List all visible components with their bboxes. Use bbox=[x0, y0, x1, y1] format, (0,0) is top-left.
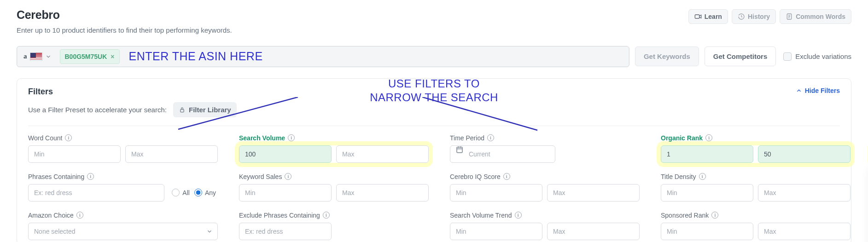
sponsored-rank-min[interactable] bbox=[661, 223, 753, 240]
common-words-button[interactable]: Common Words bbox=[780, 9, 851, 24]
chevron-up-icon bbox=[796, 87, 802, 94]
info-icon[interactable]: i bbox=[87, 173, 94, 180]
history-button[interactable]: History bbox=[732, 9, 776, 24]
info-icon[interactable]: i bbox=[76, 212, 83, 219]
info-icon[interactable]: i bbox=[65, 134, 72, 141]
svg-rect-0 bbox=[695, 15, 699, 18]
time-period-input[interactable] bbox=[450, 145, 555, 163]
radio-any-label: Any bbox=[205, 189, 216, 196]
chevron-down-icon bbox=[206, 228, 213, 235]
amazon-choice-value: None selected bbox=[34, 228, 76, 235]
label-keyword-sales: Keyword Sales bbox=[239, 173, 282, 180]
radio-all[interactable] bbox=[172, 189, 180, 196]
history-icon bbox=[738, 13, 745, 20]
exclude-variations-label: Exclude variations bbox=[795, 52, 851, 60]
document-icon bbox=[786, 13, 793, 20]
page-subtitle: Enter up to 10 product identifiers to fi… bbox=[17, 26, 232, 35]
label-exclude-phrases: Exclude Phrases Containing bbox=[239, 212, 320, 219]
hide-filters-label: Hide Filters bbox=[805, 87, 840, 94]
iq-score-min[interactable] bbox=[450, 184, 542, 202]
sv-trend-max[interactable] bbox=[547, 223, 640, 240]
field-search-volume: Search Volumei bbox=[239, 134, 429, 163]
video-icon bbox=[694, 13, 702, 20]
field-time-period: Time Periodi bbox=[450, 134, 640, 163]
info-icon[interactable]: i bbox=[323, 212, 330, 219]
info-icon[interactable]: i bbox=[515, 212, 522, 219]
filter-library-button[interactable]: Filter Library bbox=[173, 102, 237, 117]
field-keyword-sales: Keyword Salesi bbox=[239, 173, 429, 202]
asin-input-box[interactable]: a B00G5M75UK × ENTER THE ASIN HERE bbox=[17, 46, 629, 67]
field-amazon-choice: Amazon Choicei None selected bbox=[28, 212, 218, 240]
label-amazon-choice: Amazon Choice bbox=[28, 212, 74, 219]
search-volume-min[interactable] bbox=[239, 145, 332, 163]
filter-library-label: Filter Library bbox=[189, 106, 231, 114]
exclude-variations-toggle[interactable]: Exclude variations bbox=[783, 52, 851, 61]
field-search-volume-trend: Search Volume Trendi bbox=[450, 212, 640, 240]
exclude-phrases-input[interactable] bbox=[239, 223, 332, 240]
preset-text: Use a Filter Preset to accelerate your s… bbox=[28, 106, 167, 114]
field-title-density: Title Densityi bbox=[661, 173, 851, 202]
lock-icon bbox=[179, 106, 186, 113]
sv-trend-min[interactable] bbox=[450, 223, 542, 240]
learn-button[interactable]: Learn bbox=[688, 9, 728, 24]
page-title: Cerebro bbox=[17, 8, 232, 22]
svg-rect-5 bbox=[457, 147, 462, 152]
learn-label: Learn bbox=[705, 13, 722, 20]
annotation-asin: ENTER THE ASIN HERE bbox=[129, 50, 263, 63]
label-word-count: Word Count bbox=[28, 134, 62, 142]
word-count-max[interactable] bbox=[125, 145, 218, 163]
marketplace-selector[interactable]: a bbox=[20, 51, 55, 63]
label-sponsored-rank: Sponsored Rank bbox=[661, 212, 709, 219]
label-iq-score: Cerebro IQ Score bbox=[450, 173, 501, 180]
amazon-choice-select[interactable]: None selected bbox=[28, 223, 218, 240]
checkbox-icon[interactable] bbox=[783, 52, 792, 61]
title-density-max[interactable] bbox=[758, 184, 851, 202]
field-exclude-phrases: Exclude Phrases Containingi bbox=[239, 212, 429, 240]
filters-title: Filters bbox=[28, 87, 53, 97]
get-competitors-button[interactable]: Get Competitors bbox=[705, 46, 776, 66]
organic-rank-min[interactable] bbox=[661, 145, 753, 163]
info-icon[interactable]: i bbox=[288, 134, 295, 141]
search-volume-max[interactable] bbox=[336, 145, 429, 163]
calendar-icon bbox=[455, 145, 464, 154]
radio-any[interactable] bbox=[194, 189, 202, 196]
field-organic-rank: Organic Ranki bbox=[661, 134, 851, 163]
info-icon[interactable]: i bbox=[285, 173, 291, 180]
info-icon[interactable]: i bbox=[487, 134, 494, 141]
field-word-count: Word Counti bbox=[28, 134, 218, 163]
word-count-min[interactable] bbox=[28, 145, 121, 163]
label-sv-trend: Search Volume Trend bbox=[450, 212, 512, 219]
chip-remove-icon[interactable]: × bbox=[111, 53, 114, 60]
phrases-containing-input[interactable] bbox=[28, 184, 164, 202]
organic-rank-max[interactable] bbox=[758, 145, 851, 163]
field-phrases-containing: Phrases Containingi All Any bbox=[28, 173, 218, 202]
radio-all-label: All bbox=[182, 189, 190, 196]
svg-rect-4 bbox=[181, 109, 184, 112]
info-icon[interactable]: i bbox=[705, 134, 712, 141]
chevron-down-icon bbox=[45, 53, 52, 60]
title-density-min[interactable] bbox=[661, 184, 753, 202]
label-organic-rank: Organic Rank bbox=[661, 134, 703, 142]
history-label: History bbox=[748, 13, 770, 20]
filters-card: USE FILTERS TO NARROW THE SEARCH Filters… bbox=[17, 78, 851, 242]
info-icon[interactable]: i bbox=[503, 173, 510, 180]
field-cerebro-iq-score: Cerebro IQ Scorei bbox=[450, 173, 640, 202]
keyword-sales-max[interactable] bbox=[336, 184, 429, 202]
asin-chip[interactable]: B00G5M75UK × bbox=[60, 49, 120, 64]
label-time-period: Time Period bbox=[450, 134, 484, 142]
field-sponsored-rank: Sponsored Ranki bbox=[661, 212, 851, 240]
hide-filters-toggle[interactable]: Hide Filters bbox=[796, 87, 840, 94]
sponsored-rank-max[interactable] bbox=[758, 223, 851, 240]
keyword-sales-min[interactable] bbox=[239, 184, 332, 202]
iq-score-max[interactable] bbox=[547, 184, 640, 202]
label-search-volume: Search Volume bbox=[239, 134, 285, 142]
info-icon[interactable]: i bbox=[699, 173, 706, 180]
info-icon[interactable]: i bbox=[711, 212, 718, 219]
label-phrases-containing: Phrases Containing bbox=[28, 173, 84, 180]
label-title-density: Title Density bbox=[661, 173, 696, 180]
us-flag-icon bbox=[30, 52, 42, 61]
common-words-label: Common Words bbox=[796, 13, 845, 20]
get-keywords-button[interactable]: Get Keywords bbox=[635, 46, 699, 66]
amazon-a-icon: a bbox=[23, 52, 27, 60]
asin-chip-text: B00G5M75UK bbox=[65, 53, 107, 60]
